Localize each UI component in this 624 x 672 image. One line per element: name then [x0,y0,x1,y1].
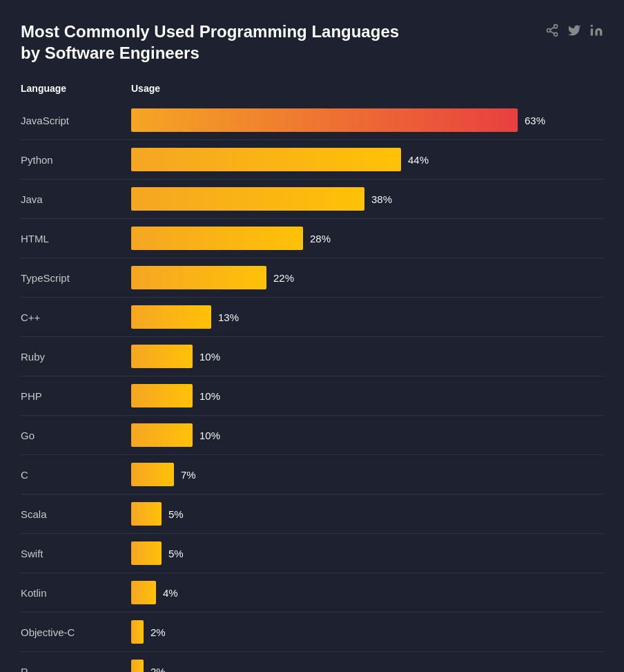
bar [131,305,211,329]
bar [131,108,518,132]
lang-name: Ruby [21,351,131,363]
lang-name: Scala [21,508,131,520]
social-icons-group [545,23,603,41]
bar-label: 10% [199,430,220,441]
lang-name: C++ [21,311,131,323]
bar-container: 10% [131,384,603,407]
lang-name: JavaScript [21,115,131,126]
lang-name: Objective-C [21,626,131,638]
table-row: Objective-C2% [21,614,603,650]
bar-container: 2% [131,660,603,672]
bar-container: 38% [131,187,603,211]
page-title: Most Commonly Used Programming Languages… [21,21,407,64]
table-row: JavaScript63% [21,102,603,138]
bar [131,148,401,171]
bar-label: 7% [181,469,196,481]
bar-label: 10% [199,351,220,363]
bar-container: 13% [131,305,603,329]
table-row: Java38% [21,181,603,217]
lang-name: Java [21,193,131,205]
lang-name: Kotlin [21,587,131,599]
lang-name: Go [21,430,131,441]
bar [131,266,266,289]
bar [131,423,193,447]
svg-line-3 [550,31,554,33]
column-headers: Language Usage [21,83,603,94]
linkedin-icon[interactable] [589,23,603,41]
svg-line-4 [550,27,554,29]
bar-container: 10% [131,423,603,447]
bar-label: 13% [218,311,239,323]
bar-label: 10% [199,390,220,402]
table-row: R2% [21,653,603,672]
bar-container: 7% [131,463,603,486]
bar-label: 63% [525,115,545,126]
table-row: HTML28% [21,220,603,256]
col-usage-header: Usage [131,83,160,94]
bar-container: 63% [131,108,603,132]
table-row: Swift5% [21,535,603,571]
bar-container: 10% [131,345,603,368]
bar [131,227,303,250]
bar-container: 28% [131,227,603,250]
bar-container: 5% [131,502,603,526]
bar [131,581,156,604]
bar-label: 38% [371,193,392,205]
table-row: C++13% [21,299,603,335]
col-language-header: Language [21,83,131,94]
lang-name: C [21,469,131,481]
lang-name: Python [21,154,131,166]
bar [131,660,144,672]
bar [131,345,193,368]
lang-name: PHP [21,390,131,402]
share-icon[interactable] [545,23,559,41]
bar-container: 2% [131,620,603,644]
lang-name: R [21,666,131,672]
lang-name: HTML [21,233,131,244]
bar-label: 5% [168,548,184,559]
bar [131,187,364,211]
twitter-icon[interactable] [567,23,581,41]
table-row: PHP10% [21,378,603,414]
bar [131,541,162,565]
bar-label: 22% [273,272,294,284]
bar-label: 2% [150,626,166,638]
lang-name: Swift [21,548,131,559]
table-row: Go10% [21,417,603,453]
bar-container: 5% [131,541,603,565]
page-container: Most Commonly Used Programming Languages… [21,21,603,672]
bar [131,620,144,644]
header: Most Commonly Used Programming Languages… [21,21,603,64]
table-row: TypeScript22% [21,260,603,296]
bar-container: 22% [131,266,603,289]
table-row: C7% [21,457,603,492]
bar-container: 44% [131,148,603,171]
table-row: Kotlin4% [21,575,603,611]
bar [131,463,174,486]
table-row: Python44% [21,142,603,177]
lang-name: TypeScript [21,272,131,284]
bar-container: 4% [131,581,603,604]
bar-label: 44% [408,154,429,166]
table-row: Scala5% [21,496,603,532]
bar-label: 2% [150,666,166,672]
chart: JavaScript63%Python44%Java38%HTML28%Type… [21,102,603,672]
bar-label: 5% [168,508,184,520]
bar-label: 28% [310,233,331,244]
bar-label: 4% [163,587,178,599]
svg-point-5 [591,25,593,27]
bar [131,384,193,407]
bar [131,502,162,526]
table-row: Ruby10% [21,338,603,374]
